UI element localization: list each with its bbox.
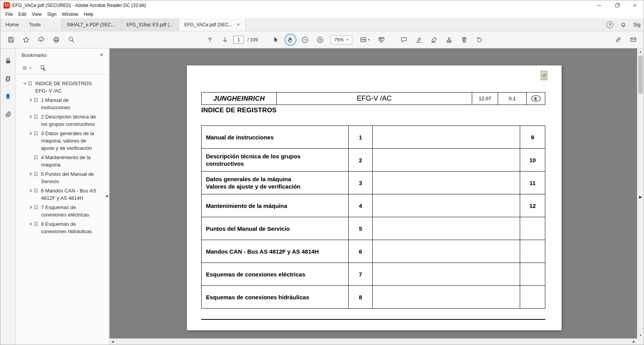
doc-tab-efgvace-active[interactable]: EFG_VACe.pdf (SEC... ×: [179, 18, 245, 31]
document-canvas[interactable]: JUNGHEINRICH EFG-V /AC 12.07 0.1 E INDIC…: [110, 48, 644, 345]
scroll-down-icon[interactable]: ▼: [637, 332, 644, 338]
tab-tools[interactable]: Tools: [24, 18, 46, 31]
page-display-button[interactable]: [375, 33, 388, 46]
delete-button[interactable]: [458, 33, 471, 46]
comment-button[interactable]: [397, 33, 411, 46]
vertical-scroll-thumb[interactable]: [638, 55, 643, 94]
menu-sign[interactable]: Sign: [45, 12, 59, 17]
index-row-blank: [373, 263, 520, 285]
menu-help[interactable]: Help: [81, 12, 96, 17]
find-button[interactable]: [65, 33, 78, 46]
save-button[interactable]: [4, 33, 17, 46]
chevron-right-icon[interactable]: [28, 170, 33, 176]
security-button[interactable]: [3, 55, 14, 66]
bookmark-item-2[interactable]: 2 Descripción técnica de los grupos cons…: [28, 113, 107, 128]
find-current-bookmark-button[interactable]: [39, 65, 46, 71]
bookmark-item-1[interactable]: 1 Manual de instrucciones: [28, 96, 107, 111]
pdf-page: JUNGHEINRICH EFG-V /AC 12.07 0.1 E INDIC…: [187, 65, 562, 330]
chevron-right-icon[interactable]: [28, 113, 33, 118]
lang-mark: E: [531, 95, 541, 102]
table-row: Descripción técnica de los grupos constr…: [202, 149, 545, 172]
minimize-button[interactable]: [590, 0, 608, 10]
hand-tool-button-active[interactable]: [284, 34, 296, 46]
doc-title: INDICE DE REGISTROS: [201, 106, 277, 114]
page-thumbnails-button[interactable]: [3, 73, 14, 84]
chevron-right-icon[interactable]: [28, 187, 33, 192]
doc-tab-efg316[interactable]: EFG_316ac ES.pdf (...: [121, 18, 179, 31]
chevron-down-icon[interactable]: [22, 80, 27, 85]
share-button[interactable]: [34, 33, 48, 46]
help-icon[interactable]: ?: [606, 21, 613, 28]
page-number-input[interactable]: [233, 36, 244, 44]
index-row-page: 12: [520, 194, 545, 217]
attachments-button[interactable]: [3, 109, 14, 120]
print-button[interactable]: [50, 33, 63, 46]
bookmarks-panel-header: Bookmarks ×: [16, 48, 109, 62]
fit-width-icon: [360, 36, 367, 43]
table-row: Esquemas de conexiones hidráulicas 8: [202, 286, 545, 309]
favorites-button[interactable]: [19, 33, 33, 46]
chevron-down-icon: ▾: [347, 38, 348, 41]
index-row-number: 5: [349, 217, 373, 240]
doc-rev-no: 0.1: [498, 93, 527, 105]
sign-button[interactable]: [428, 33, 441, 46]
bookmark-label: 8 Esquemas de conexiones hidráulicas: [41, 220, 99, 235]
chevron-right-icon[interactable]: [28, 130, 33, 135]
bookmark-item-6[interactable]: 6 Mandos CAN - Bus AS 4812F y AS 4814H: [28, 187, 107, 202]
doc-tab-inhalt[interactable]: INHALT_e.PDF (SEC...: [61, 18, 121, 31]
chevron-right-icon[interactable]: [28, 220, 33, 226]
index-row-blank: [373, 217, 520, 240]
next-page-button[interactable]: [218, 33, 231, 46]
link-button[interactable]: [611, 33, 625, 46]
stamp-button[interactable]: [443, 33, 456, 46]
chevron-right-icon[interactable]: [28, 204, 33, 209]
scroll-up-icon[interactable]: ▲: [637, 48, 644, 55]
menu-file[interactable]: File: [3, 12, 15, 17]
zoom-out-button[interactable]: [298, 33, 312, 46]
sign-in-link[interactable]: Sig: [633, 22, 644, 27]
tab-bar: Home Tools INHALT_e.PDF (SEC... EFG_316a…: [0, 18, 644, 31]
chevron-right-icon[interactable]: [28, 96, 33, 102]
menu-edit[interactable]: Edit: [15, 12, 29, 17]
tab-close-icon[interactable]: ×: [237, 22, 240, 27]
fit-width-button[interactable]: ▾: [356, 33, 373, 46]
restore-button[interactable]: [608, 0, 626, 10]
bookmark-item-4[interactable]: 4 Mantenimiento de la máquina: [28, 154, 107, 168]
panel-close-icon[interactable]: ×: [100, 52, 103, 58]
notifications-bell-icon[interactable]: [620, 21, 627, 28]
bookmark-item-8[interactable]: 8 Esquemas de conexiones hidráulicas: [28, 220, 107, 235]
scroll-left-icon[interactable]: ◀: [110, 339, 116, 345]
tab-home[interactable]: Home: [0, 18, 24, 31]
email-button[interactable]: [627, 33, 640, 46]
vertical-scrollbar[interactable]: ▲ ▼: [637, 48, 644, 338]
horizontal-scrollbar[interactable]: ◀ ▶: [110, 338, 637, 345]
right-pane-expand-icon[interactable]: ▶: [639, 195, 642, 199]
bookmark-options-button[interactable]: ▾: [22, 65, 31, 71]
close-button[interactable]: ×: [626, 0, 644, 10]
selection-tool-button[interactable]: [269, 33, 283, 46]
doc-footer-rule: [201, 319, 545, 320]
panel-collapse-icon[interactable]: ◀: [105, 194, 108, 198]
bookmark-label: 6 Mandos CAN - Bus AS 4812F y AS 4814H: [41, 187, 99, 202]
menu-view[interactable]: View: [29, 12, 45, 17]
attachment-annotation[interactable]: [541, 71, 547, 80]
bookmark-item-3[interactable]: 3 Datos generales de la máquina, valores…: [28, 130, 107, 152]
highlight-button[interactable]: [413, 33, 426, 46]
scroll-right-icon[interactable]: ▶: [631, 339, 637, 345]
menu-window[interactable]: Window: [59, 12, 81, 17]
zoom-level-dropdown[interactable]: 75% ▾: [331, 35, 352, 45]
bookmark-item-5[interactable]: 5 Puntos del Manual de Servicio: [28, 170, 107, 185]
bookmark-label: 7 Esquemas de conexiones eléctricas: [41, 204, 99, 218]
bookmark-root[interactable]: INDICE DE REGISTROS EFG- V /AC: [22, 80, 107, 94]
index-row-page: 9: [520, 126, 545, 148]
toolbar-center-group: / 109 75% ▾ ▾: [203, 33, 486, 46]
zoom-in-button[interactable]: [313, 33, 327, 46]
bookmarks-button-active[interactable]: [3, 91, 14, 102]
bookmark-item-icon: [33, 204, 39, 211]
rotate-ccw-icon: [476, 36, 483, 43]
previous-page-button[interactable]: [203, 33, 216, 46]
toolbar-left-group: [4, 33, 78, 46]
bookmark-item-7[interactable]: 7 Esquemas de conexiones eléctricas: [28, 204, 107, 218]
rotate-button[interactable]: [473, 33, 486, 46]
save-icon: [7, 36, 15, 43]
